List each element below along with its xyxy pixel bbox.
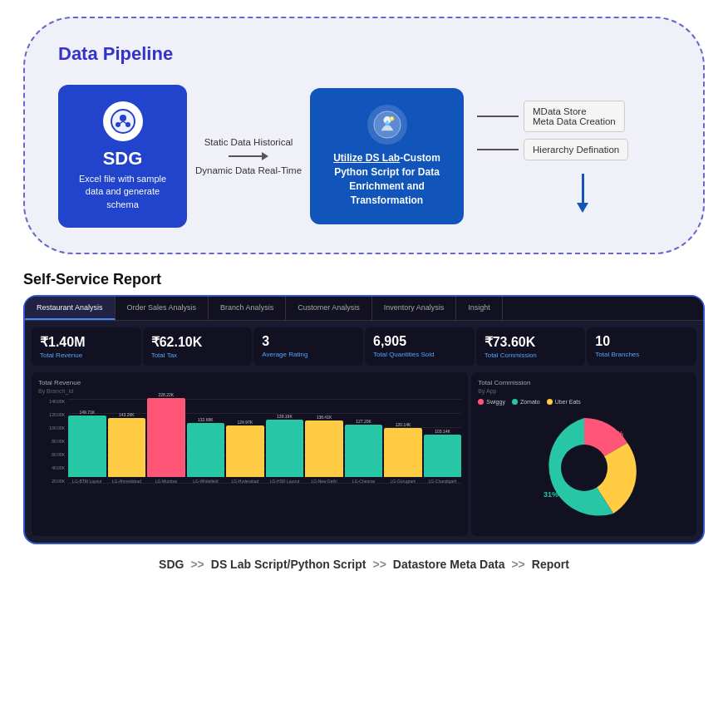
kpi-commission-label: Total Commission xyxy=(485,352,578,359)
legend-ubereats-label: Uber Eats xyxy=(555,399,581,405)
bar-hyderabad-bar xyxy=(226,425,264,477)
bar-ahmedabad: 143.26K LG-Ahmedabad xyxy=(108,412,146,484)
utilize-box: Utilize DS Lab-Custom Python Script for … xyxy=(310,88,464,224)
bar-gurugram-label: LG-Gurugram xyxy=(391,479,416,484)
bar-ahmedabad-value: 143.26K xyxy=(119,412,135,417)
arrow-head xyxy=(262,152,268,160)
utilize-title-underline: Utilize DS Lab xyxy=(333,152,400,164)
pipeline-row: SDG Excel file with sample data and gene… xyxy=(58,85,670,228)
bar-chennai-label: LG-Chennai xyxy=(352,479,375,484)
kpi-total-revenue: ₹1.40M Total Revenue xyxy=(32,327,141,366)
bar-ahmedabad-bar xyxy=(108,418,146,477)
breadcrumb-sep-2: >> xyxy=(372,558,386,571)
bar-hsr-bar xyxy=(266,420,304,477)
bar-hsr-value: 139.19K xyxy=(277,414,293,419)
bar-chart-title: Total Revenue xyxy=(38,379,461,386)
pie-chart-container: Total Commission By App Swiggy Zomato Ub… xyxy=(471,372,696,536)
breadcrumb-report: Report xyxy=(532,558,569,571)
tab-bar: Restaurant Analysis Order Sales Analysis… xyxy=(25,297,703,321)
right-label-row-2: Hierarchy Defination xyxy=(477,139,628,160)
kpi-total-branches: 10 Total Branches xyxy=(587,327,696,366)
svg-text:33%: 33% xyxy=(608,430,623,438)
pipeline-container: Data Pipeline SDG Excel file with sample… xyxy=(23,17,705,254)
right-arrow-shaft-1 xyxy=(477,116,519,117)
arrow-label-bottom: Dynamic Data Real-Time xyxy=(195,165,302,175)
bar-hyderabad: 124.97K LG-Hyderabad xyxy=(226,420,264,484)
bar-mumbai-label: LG-Mumbai xyxy=(155,479,177,484)
dashboard-container: Restaurant Analysis Order Sales Analysis… xyxy=(23,295,705,544)
legend-ubereats: Uber Eats xyxy=(547,399,581,405)
bar-chennai-value: 127.20K xyxy=(356,419,371,424)
self-service-label: Self-Service Report xyxy=(23,271,705,288)
bar-mumbai-bar xyxy=(147,398,185,477)
bar-hsr-label: LG-HSR Layout xyxy=(270,479,299,484)
kpi-revenue-label: Total Revenue xyxy=(40,352,133,359)
pie-svg: 33% 36% 31% xyxy=(526,410,642,526)
y-label-60: 60.00K xyxy=(38,452,65,457)
legend-zomato: Zomato xyxy=(512,399,540,405)
bar-gurugram-bar xyxy=(384,428,422,477)
kpi-tax-label: Total Tax xyxy=(151,352,244,359)
kpi-tax-value: ₹62.10K xyxy=(151,334,244,350)
sdg-box: SDG Excel file with sample data and gene… xyxy=(58,85,187,228)
bar-whitefield-bar xyxy=(187,423,225,477)
pie-chart-subtitle: By App xyxy=(478,388,690,394)
legend-swiggy-label: Swiggy xyxy=(486,399,505,405)
pie-relative: 33% 36% 31% xyxy=(526,410,642,529)
bar-chandigarh: 103.14K LG-Chandigarh xyxy=(424,429,462,484)
bars-container: 149.71K LG-BTM Layout 143.26K LG-Ahmedab… xyxy=(68,399,461,499)
breadcrumb-sep-3: >> xyxy=(511,558,524,571)
bar-ahmedabad-label: LG-Ahmedabad xyxy=(112,479,141,484)
bar-hyderabad-value: 124.97K xyxy=(238,420,253,425)
breadcrumb-datastore: Datastore Meta Data xyxy=(393,558,505,571)
svg-text:31%: 31% xyxy=(544,490,558,499)
kpi-revenue-value: ₹1.40M xyxy=(40,334,133,350)
bar-btm-bar xyxy=(68,416,106,477)
arrow-row-top: Static Data Historical xyxy=(204,137,293,147)
svg-point-1 xyxy=(120,115,126,121)
kpi-commission-value: ₹73.60K xyxy=(485,334,578,350)
y-axis: 140.00K 120.00K 100.00K 80.00K 60.00K 40… xyxy=(38,399,65,499)
charts-row: Total Revenue By Branch_Id 140.00K 120.0… xyxy=(25,372,703,543)
kpi-avg-rating: 3 Average Rating xyxy=(253,327,363,366)
bar-chennai-bar xyxy=(345,425,383,477)
tab-customer[interactable]: Customer Analysis xyxy=(286,297,372,320)
y-label-100: 100.00K xyxy=(38,425,65,430)
bar-whitefield: 132.68K LG-Whitefield xyxy=(187,417,225,484)
bar-delhi-bar xyxy=(305,420,343,477)
legend-zomato-label: Zomato xyxy=(520,399,540,405)
pipeline-title: Data Pipeline xyxy=(58,43,670,65)
bar-delhi: 138.41K LG-New Delhi xyxy=(305,415,343,484)
kpi-total-qty: 6,905 Total Quantities Sold xyxy=(365,327,475,366)
bar-delhi-value: 138.41K xyxy=(317,415,332,420)
bar-hyderabad-label: LG-Hyderabad xyxy=(231,479,258,484)
tab-restaurant[interactable]: Restaurant Analysis xyxy=(25,297,116,320)
bar-chandigarh-bar xyxy=(424,435,462,477)
right-label-2: Hierarchy Defination xyxy=(524,139,628,160)
pie-legend: Swiggy Zomato Uber Eats xyxy=(478,399,690,405)
bar-chandigarh-value: 103.14K xyxy=(435,429,450,434)
kpi-qty-label: Total Quantities Sold xyxy=(373,351,466,358)
right-section: MData StoreMeta Data Creation Hierarchy … xyxy=(477,101,670,213)
legend-zomato-dot xyxy=(512,399,518,405)
tab-order-sales[interactable]: Order Sales Analysis xyxy=(116,297,209,320)
tab-insight[interactable]: Insight xyxy=(456,297,503,320)
arrow-shaft xyxy=(229,155,262,157)
tab-branch[interactable]: Branch Analysis xyxy=(209,297,286,320)
kpi-branches-value: 10 xyxy=(595,334,688,349)
bar-chart-subtitle: By Branch_Id xyxy=(38,388,461,394)
down-arrow-shaft xyxy=(582,174,584,203)
arrow-line xyxy=(229,152,268,160)
kpi-total-tax: ₹62.10K Total Tax xyxy=(143,327,253,366)
sdg-title: SDG xyxy=(103,148,143,170)
legend-swiggy-dot xyxy=(478,399,484,405)
sdg-icon xyxy=(103,101,143,141)
utilize-icon xyxy=(367,105,407,145)
svg-text:36%: 36% xyxy=(617,482,632,490)
legend-ubereats-dot xyxy=(547,399,553,405)
tab-inventory[interactable]: Inventory Analysis xyxy=(372,297,457,320)
y-label-120: 120.00K xyxy=(38,412,65,417)
breadcrumb: SDG >> DS Lab Script/Python Script >> Da… xyxy=(159,558,569,571)
bar-chart-inner: 140.00K 120.00K 100.00K 80.00K 60.00K 40… xyxy=(38,399,461,499)
utilize-title: Utilize DS Lab-Custom Python Script for … xyxy=(323,151,450,207)
